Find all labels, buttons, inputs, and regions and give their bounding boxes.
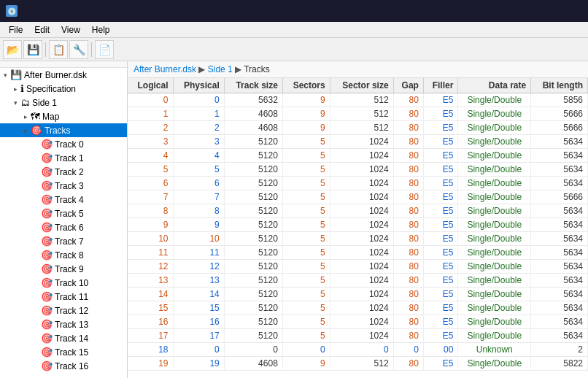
cell-tracksize: 5632	[224, 93, 282, 107]
table-row[interactable]: 7751205102480E5Single/Double5666	[128, 190, 588, 204]
tree-item-12[interactable]: 🎯Track 8	[0, 248, 127, 262]
menu-item-file[interactable]: File	[3, 23, 28, 36]
tree-item-15[interactable]: 🎯Track 11	[0, 290, 127, 304]
table-row[interactable]: 224608951280E5Single/Double5666	[128, 121, 588, 135]
cell-sectors: 5	[282, 163, 330, 177]
table-row[interactable]: 151551205102480E5Single/Double5634	[128, 301, 588, 315]
breadcrumb-link-1[interactable]: Side 1	[208, 64, 233, 74]
cell-filler: E5	[423, 246, 457, 260]
table-row[interactable]: 141451205102480E5Single/Double5634	[128, 288, 588, 301]
table-row[interactable]: 180000000Unknown2	[128, 343, 588, 357]
table-row[interactable]: 3351205102480E5Single/Double5634	[128, 135, 588, 149]
tree-item-10[interactable]: 🎯Track 6	[0, 220, 127, 234]
cell-logical: 11	[128, 246, 173, 260]
cell-tracksize: 4608	[224, 357, 282, 371]
table-row[interactable]: 8851205102480E5Single/Double5634	[128, 204, 588, 218]
cell-tracksize: 5120	[224, 329, 282, 343]
table-row[interactable]: 161651205102480E5Single/Double5634	[128, 315, 588, 329]
cell-physical: 16	[173, 315, 224, 329]
tree-item-0[interactable]: ▸ℹSpecification	[0, 82, 127, 96]
tree-item-6[interactable]: 🎯Track 2	[0, 165, 127, 179]
cell-gap: 80	[393, 315, 423, 329]
cell-gap: 80	[393, 121, 423, 135]
cell-datarate: Single/Double	[458, 218, 531, 232]
cell-bitlength: 5666	[531, 190, 588, 204]
tree-root[interactable]: ▾💾After Burner.dsk	[0, 68, 127, 82]
breadcrumb-link-0[interactable]: After Burner.dsk	[134, 64, 196, 74]
tree-item-9[interactable]: 🎯Track 5	[0, 207, 127, 220]
cell-datarate: Single/Double	[458, 149, 531, 163]
menu-item-edit[interactable]: Edit	[28, 23, 55, 36]
table-row[interactable]: 19194608951280E5Single/Double5822	[128, 357, 588, 371]
table-row[interactable]: 171751205102480E5Single/Double5634	[128, 329, 588, 343]
maximize-button[interactable]	[515, 0, 549, 22]
cell-sectorsize: 0	[330, 343, 393, 357]
table-row[interactable]: 5551205102480E5Single/Double5634	[128, 163, 588, 177]
minimize-button[interactable]	[481, 0, 515, 22]
cell-bitlength: 5634	[531, 204, 588, 218]
cell-sectorsize: 1024	[330, 190, 393, 204]
cell-logical: 13	[128, 274, 173, 288]
copy-button[interactable]: 📋	[49, 40, 68, 59]
cell-gap: 80	[393, 177, 423, 190]
menu-item-help[interactable]: Help	[86, 23, 116, 36]
tree-item-20[interactable]: 🎯Track 16	[0, 359, 127, 373]
tree-item-1[interactable]: ▾🗂Side 1	[0, 96, 127, 109]
tree-item-11[interactable]: 🎯Track 7	[0, 234, 127, 248]
table-row[interactable]: 111151205102480E5Single/Double5634	[128, 246, 588, 260]
cell-tracksize: 5120	[224, 177, 282, 190]
tree-item-14[interactable]: 🎯Track 10	[0, 276, 127, 290]
col-header-track-size: Track size	[224, 78, 282, 93]
cell-tracksize: 5120	[224, 190, 282, 204]
cell-physical: 7	[173, 190, 224, 204]
tree-item-4[interactable]: 🎯Track 0	[0, 137, 127, 151]
cell-sectors: 5	[282, 135, 330, 149]
document-button[interactable]: 📄	[95, 40, 114, 59]
cell-datarate: Single/Double	[458, 177, 531, 190]
cell-sectorsize: 512	[330, 357, 393, 371]
tree-item-7[interactable]: 🎯Track 3	[0, 179, 127, 193]
cell-physical: 11	[173, 246, 224, 260]
table-row[interactable]: 6651205102480E5Single/Double5634	[128, 177, 588, 190]
cell-physical: 19	[173, 357, 224, 371]
save-button[interactable]: 💾	[23, 40, 42, 59]
tree-item-3[interactable]: ▸🎯Tracks	[0, 123, 127, 137]
window-controls	[481, 0, 582, 22]
cell-physical: 13	[173, 274, 224, 288]
tree-item-19[interactable]: 🎯Track 15	[0, 345, 127, 359]
cell-physical: 0	[173, 93, 224, 107]
tree-item-8[interactable]: 🎯Track 4	[0, 193, 127, 207]
cell-datarate: Single/Double	[458, 232, 531, 246]
table-row[interactable]: 114608951280E5Single/Double5666	[128, 107, 588, 121]
tree-item-17[interactable]: 🎯Track 13	[0, 317, 127, 331]
cell-datarate: Single/Double	[458, 301, 531, 315]
cell-logical: 15	[128, 301, 173, 315]
menu-item-view[interactable]: View	[55, 23, 86, 36]
new-button[interactable]: 📂	[3, 40, 22, 59]
cell-sectorsize: 1024	[330, 301, 393, 315]
cell-sectorsize: 1024	[330, 288, 393, 301]
tree-item-13[interactable]: 🎯Track 9	[0, 262, 127, 276]
tree-item-16[interactable]: 🎯Track 12	[0, 304, 127, 317]
table-row[interactable]: 121251205102480E5Single/Double5634	[128, 260, 588, 274]
tree-item-2[interactable]: ▸🗺Map	[0, 109, 127, 123]
cell-tracksize: 5120	[224, 135, 282, 149]
close-button[interactable]	[549, 0, 582, 22]
cell-sectors: 5	[282, 246, 330, 260]
tracks-table: LogicalPhysicalTrack sizeSectorsSector s…	[128, 78, 588, 371]
cell-sectors: 5	[282, 301, 330, 315]
table-row[interactable]: 005632951280E5Single/Double5856	[128, 93, 588, 107]
tracks-table-container[interactable]: LogicalPhysicalTrack sizeSectorsSector s…	[128, 78, 588, 378]
cell-logical: 9	[128, 218, 173, 232]
cell-bitlength: 5822	[531, 357, 588, 371]
cell-sectors: 5	[282, 329, 330, 343]
table-row[interactable]: 4451205102480E5Single/Double5634	[128, 149, 588, 163]
cell-bitlength: 5634	[531, 315, 588, 329]
tree-item-5[interactable]: 🎯Track 1	[0, 151, 127, 165]
table-row[interactable]: 101051205102480E5Single/Double5634	[128, 232, 588, 246]
table-row[interactable]: 131351205102480E5Single/Double5634	[128, 274, 588, 288]
table-row[interactable]: 9951205102480E5Single/Double5634	[128, 218, 588, 232]
tree-item-18[interactable]: 🎯Track 14	[0, 331, 127, 345]
settings-button[interactable]: 🔧	[69, 40, 88, 59]
cell-logical: 0	[128, 93, 173, 107]
